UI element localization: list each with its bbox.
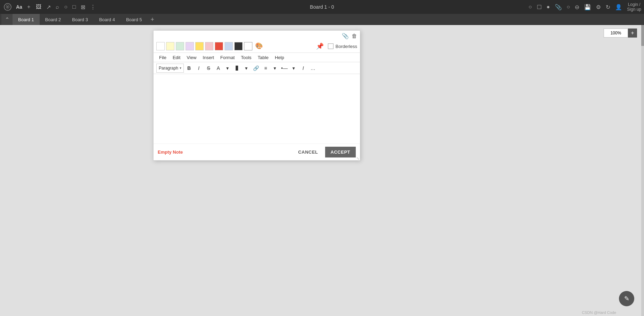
menu-insert[interactable]: Insert [200,54,217,61]
unordered-list-group: •— ▾ [280,64,298,73]
unordered-list-button[interactable]: •— [280,64,289,73]
watermark: CSDN @Hard Code [582,310,616,315]
borderless-label: Borderless [336,44,357,49]
highlight-color-group: ▊ ▾ [233,64,251,73]
duplicate-icon[interactable]: □ [72,4,76,10]
canvas-area: + 📎 🗑 🎨 📌 Borderless [0,25,644,316]
settings-icon[interactable]: ⚙ [596,4,601,10]
text-color-dropdown[interactable]: ▾ [223,64,232,73]
svg-point-1 [7,6,8,8]
openai-icon[interactable]: ○ [528,4,532,10]
ordered-list-button[interactable]: ≡ [261,64,270,73]
swatch-blue-light[interactable] [225,42,233,50]
add-board-button[interactable]: + [148,15,157,24]
accept-button[interactable]: ACCEPT [325,147,356,157]
menu-help[interactable]: Help [272,54,287,61]
ordered-list-group: ≡ ▾ [261,64,279,73]
swatch-dark[interactable] [234,42,243,50]
editor-area[interactable] [154,74,360,144]
board-tab-5[interactable]: Board 5 [120,14,148,25]
zoom-control: + [604,29,637,38]
top-bar: Aa + 🖼 ↗ ⌕ ○ □ ⊠ ⋮ Board 1 - 0 ○ ☐ ● 📎 ○… [0,0,644,14]
attach-note-icon[interactable]: 📎 [342,33,349,39]
image-icon[interactable]: 🖼 [36,4,41,10]
app-icon [3,2,13,12]
layout-icon[interactable]: ⊠ [81,4,85,10]
board-tab-2[interactable]: Board 2 [40,14,67,25]
link-button[interactable]: 🔗 [251,64,260,73]
swatch-pink-light[interactable] [205,42,213,50]
board-tabs: ⌃ Board 1 Board 2 Board 3 Board 4 Board … [0,14,644,25]
fab-button[interactable]: ✎ [619,291,634,306]
board-tab-4[interactable]: Board 4 [94,14,121,25]
format-bar: Paragraph ▾ B I S A ▾ ▊ ▾ 🔗 ≡ ▾ •— ▾ [154,62,360,74]
pin-icon[interactable]: 📌 [316,42,324,50]
unordered-list-dropdown[interactable]: ▾ [289,64,298,73]
menu-tools[interactable]: Tools [238,54,254,61]
bold-button[interactable]: B [184,64,194,73]
footer-buttons: CANCEL ACCEPT [294,147,356,157]
ordered-list-dropdown[interactable]: ▾ [270,64,279,73]
user-icon[interactable]: 👤 [615,4,622,10]
attach-icon[interactable]: 📎 [555,4,562,10]
delete-note-icon[interactable]: 🗑 [352,33,357,39]
text-color-group: A ▾ [214,64,232,73]
borderless-area: Borderless [328,43,357,49]
zoom-input[interactable] [604,29,628,38]
cancel-button[interactable]: CANCEL [294,147,322,157]
refresh-icon[interactable]: ↻ [606,4,610,10]
swatch-red[interactable] [215,42,223,50]
toolbar-icons: 🖼 ↗ ⌕ ○ □ ⊠ ⋮ [36,4,95,10]
note-header: 📎 🗑 [154,31,360,41]
menu-bar: File Edit View Insert Format Tools Table… [154,52,360,62]
paragraph-dropdown-arrow: ▾ [180,66,181,70]
scrollbar-right[interactable] [641,25,644,316]
paragraph-select[interactable]: Paragraph ▾ [156,64,184,73]
login-button[interactable]: Login / Sign up [627,2,641,12]
more-options-button[interactable]: … [308,64,317,73]
font-size-button[interactable]: Aa [15,3,24,10]
board-tab-3[interactable]: Board 3 [66,14,94,25]
share-icon[interactable]: ↗ [46,4,51,10]
text-color-button[interactable]: A [214,64,223,73]
swatch-yellow-light[interactable] [166,42,174,50]
resize-handle[interactable]: ⤡ [356,156,360,160]
edit-circle-icon[interactable]: ○ [567,4,570,10]
add-element-button[interactable]: + [26,3,32,11]
menu-table[interactable]: Table [255,54,271,61]
swatch-yellow[interactable] [195,42,204,50]
search-icon[interactable]: ⌕ [56,4,59,10]
board-title: Board 1 - 0 [310,4,334,10]
top-bar-right: ○ ☐ ● 📎 ○ ⊖ 💾 ⚙ ↻ 👤 Login / Sign up [528,2,641,12]
menu-file[interactable]: File [156,54,169,61]
note-footer: Empty Note CANCEL ACCEPT [154,144,360,160]
home-button[interactable]: ⌃ [1,14,13,25]
borderless-checkbox[interactable] [328,43,333,49]
monitor-icon[interactable]: ☐ [537,4,542,10]
italic-button[interactable]: I [194,64,203,73]
swatch-outline[interactable] [244,42,252,50]
color-swatches: 🎨 📌 Borderless [154,41,360,52]
menu-format[interactable]: Format [218,54,237,61]
save-icon[interactable]: 💾 [584,4,591,10]
swatch-green-light[interactable] [176,42,184,50]
plug-icon[interactable]: ⊖ [575,4,579,10]
scrollbar-thumb[interactable] [641,25,644,46]
clear-format-button[interactable]: I [299,64,308,73]
globe-icon[interactable]: ○ [64,4,68,10]
grid-icon[interactable]: ⋮ [90,4,96,10]
highlight-button[interactable]: ▊ [233,64,242,73]
empty-note-label: Empty Note [158,149,183,155]
camera-icon[interactable]: ● [547,4,550,10]
menu-view[interactable]: View [184,54,199,61]
swatch-white[interactable] [156,42,165,50]
note-dialog: 📎 🗑 🎨 📌 Borderless File Edit [153,30,360,161]
palette-icon[interactable]: 🎨 [255,42,264,50]
zoom-plus-button[interactable]: + [628,29,637,38]
strikethrough-button[interactable]: S [204,64,213,73]
menu-edit[interactable]: Edit [170,54,183,61]
top-bar-left: Aa + 🖼 ↗ ⌕ ○ □ ⊠ ⋮ [3,2,96,12]
board-tab-1[interactable]: Board 1 [13,14,40,25]
swatch-purple-light[interactable] [186,42,194,50]
highlight-dropdown[interactable]: ▾ [242,64,251,73]
